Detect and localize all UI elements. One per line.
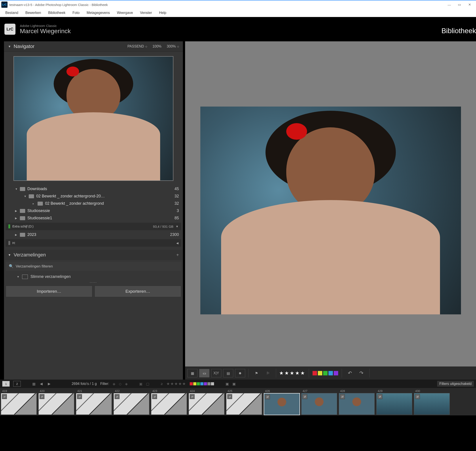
loupe-view-button[interactable]: ▭ <box>199 369 209 377</box>
color-chip[interactable] <box>204 382 207 385</box>
loupe-image[interactable] <box>200 106 461 314</box>
filmstrip-cell[interactable]: 426⇄ <box>264 389 299 415</box>
thumbnail[interactable]: ⇄ <box>1 393 37 415</box>
menu-weergave[interactable]: Weergave <box>113 10 136 16</box>
volume-h[interactable]: H: ◀ <box>6 239 181 247</box>
panel-resize-handle[interactable]: ▪▪▪▪▪ <box>4 281 183 284</box>
filmstrip-cell[interactable]: 429⇄ <box>376 389 412 415</box>
thumbnail[interactable]: ⇄ <box>114 393 149 415</box>
thumbnail[interactable]: ⇄ <box>339 393 375 415</box>
next-photo-button[interactable]: ► <box>47 381 51 386</box>
menu-help[interactable]: Help <box>155 10 170 16</box>
color-chip[interactable] <box>211 382 214 385</box>
zoom-fit[interactable]: PASSEND◇ <box>128 44 147 48</box>
export-button[interactable]: Exporteren… <box>95 286 181 297</box>
zoom-100[interactable]: 100% <box>153 44 161 48</box>
flag-filter-picked[interactable]: ◈ <box>113 382 115 386</box>
flag-filter-rejected[interactable]: ◈ <box>125 382 128 386</box>
menu-bestand[interactable]: Bestand <box>2 10 22 16</box>
thumbnail[interactable]: ⇄ <box>301 393 337 415</box>
color-label-picker[interactable] <box>312 371 339 375</box>
rotate-left-button[interactable]: ↶ <box>345 369 355 377</box>
flag-pick-button[interactable]: ⚑ <box>252 369 261 377</box>
rating-stars[interactable]: ★★★★★ <box>279 370 306 376</box>
collapse-icon[interactable]: ▼ <box>8 45 11 48</box>
color-chip[interactable] <box>197 382 200 385</box>
thumbnail[interactable]: ⇄ <box>264 393 300 415</box>
menu-bibliotheek[interactable]: Bibliotheek <box>45 10 69 16</box>
disclosure-icon[interactable]: ▼ <box>15 188 20 191</box>
folder-row[interactable]: ▶Studiosessie185 <box>4 214 183 222</box>
survey-view-button[interactable]: ▤ <box>223 369 233 377</box>
view-toggle-2[interactable]: ▣ <box>232 382 236 386</box>
thumbnail[interactable]: ⇄ <box>376 393 412 415</box>
flag-reject-button[interactable]: ⚐ <box>263 369 273 377</box>
grid-icon[interactable]: ▦ <box>32 382 36 386</box>
filmstrip-cell[interactable]: 423⇄ <box>151 389 187 415</box>
people-view-button[interactable]: ☻ <box>235 369 245 377</box>
prev-photo-button[interactable]: ◄ <box>39 381 43 386</box>
thumbnail[interactable]: ⇄ <box>226 393 262 415</box>
volume-d[interactable]: Extra schijf (D:) 93,4 / 931 GB ▼ <box>6 223 181 230</box>
minimize-button[interactable]: — <box>444 1 454 8</box>
collections-search[interactable]: 🔍 Verzamelingen filteren <box>6 262 181 271</box>
thumbnail[interactable]: ⇄ <box>38 393 74 415</box>
filmstrip-cell[interactable]: 422⇄ <box>114 389 149 415</box>
rating-filter[interactable]: ★★★★★ <box>166 381 186 386</box>
collections-header[interactable]: ▼ Verzamelingen + <box>4 250 183 260</box>
folder-row[interactable]: ▸02 Bewerkt _ zonder achtergrond32 <box>4 200 183 207</box>
navigator-preview[interactable] <box>13 56 173 181</box>
module-picker-library[interactable]: Bibliotheek <box>441 27 476 35</box>
import-button[interactable]: Importeren… <box>6 286 92 297</box>
thumbnail[interactable]: ⇄ <box>189 393 224 415</box>
menu-venster[interactable]: Venster <box>136 10 155 16</box>
filmstrip-cell[interactable]: 424⇄ <box>189 389 224 415</box>
close-button[interactable]: ✕ <box>464 1 475 8</box>
color-chip[interactable] <box>190 382 193 385</box>
thumbnail[interactable]: ⇄ <box>414 393 450 415</box>
color-chip[interactable] <box>207 382 210 385</box>
disclosure-icon[interactable]: ▶ <box>15 209 20 213</box>
filmstrip[interactable]: 419⇄420⇄421⇄422⇄423⇄424⇄425⇄426⇄427⇄428⇄… <box>0 388 476 415</box>
primary-display-button[interactable]: 1 <box>2 381 10 387</box>
smart-collections-row[interactable]: ▼ Slimme verzamelingen <box>4 273 183 281</box>
menu-foto[interactable]: Foto <box>69 10 83 16</box>
navigator-header[interactable]: ▼ Navigator PASSEND◇ 100% 300%◇ <box>4 41 183 52</box>
folder-row[interactable]: ▶20232300 <box>4 231 183 238</box>
compare-view-button[interactable]: X|Y <box>211 369 221 377</box>
expand-icon[interactable]: ◀ <box>176 241 178 245</box>
unedited-filter[interactable]: ▢ <box>146 382 149 386</box>
color-chip[interactable] <box>200 382 203 385</box>
collapse-icon[interactable]: ▼ <box>8 253 11 257</box>
grid-view-button[interactable]: ▦ <box>187 369 197 377</box>
color-label[interactable] <box>312 371 317 375</box>
filmstrip-cell[interactable]: 420⇄ <box>38 389 74 415</box>
collapse-icon[interactable]: ▼ <box>17 275 19 278</box>
filmstrip-cell[interactable]: 425⇄ <box>226 389 262 415</box>
view-toggle-1[interactable]: ▣ <box>226 382 229 386</box>
filmstrip-cell[interactable]: 421⇄ <box>76 389 112 415</box>
rating-filter-op[interactable]: ≥ <box>161 382 163 386</box>
color-label[interactable] <box>334 371 338 375</box>
filmstrip-cell[interactable]: 419⇄ <box>1 389 37 415</box>
thumbnail[interactable]: ⇄ <box>76 393 112 415</box>
filmstrip-cell[interactable]: 428⇄ <box>339 389 375 415</box>
maximize-button[interactable]: ▭ <box>454 1 464 8</box>
disclosure-icon[interactable]: ▶ <box>15 233 20 236</box>
secondary-display-button[interactable]: 2 <box>13 381 21 387</box>
disclosure-icon[interactable]: ▸ <box>33 202 37 205</box>
disclosure-icon[interactable]: ▼ <box>24 195 29 198</box>
collapse-icon[interactable]: ▼ <box>176 225 178 228</box>
folder-row[interactable]: ▼Downloads45 <box>4 185 183 193</box>
menu-bewerken[interactable]: Bewerken <box>22 10 45 16</box>
filters-off-label[interactable]: Filters uitgeschakeld <box>437 381 474 387</box>
folder-row[interactable]: ▼02 Bewerkt _ zonder achtergrond-20…32 <box>4 193 183 200</box>
flag-filter-unflagged[interactable]: ◇ <box>119 382 122 386</box>
zoom-300[interactable]: 300%◇ <box>167 44 179 48</box>
color-filter[interactable] <box>190 382 214 385</box>
folder-row[interactable]: ▶Studiosessie3 <box>4 207 183 214</box>
thumbnail[interactable]: ⇄ <box>151 393 187 415</box>
color-label[interactable] <box>323 371 328 375</box>
filmstrip-cell[interactable]: 427⇄ <box>301 389 337 415</box>
color-label[interactable] <box>318 371 322 375</box>
